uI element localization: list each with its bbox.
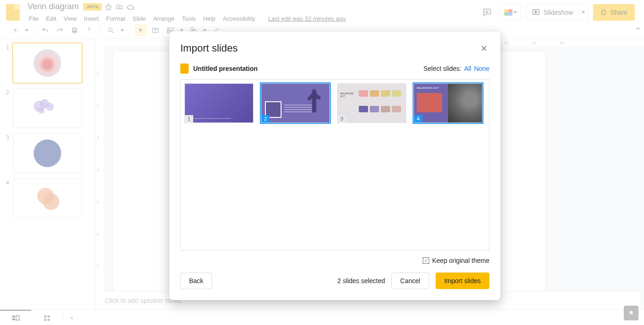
keep-theme-checkbox[interactable]: ✓	[423, 257, 429, 264]
import-slides-button[interactable]: Import slides	[436, 273, 489, 289]
import-thumb-number: 3	[338, 115, 346, 122]
import-slide-grid: 1 2 BALANCINGACT 3 BALANCING ACT 4	[180, 79, 489, 250]
import-thumb-2[interactable]: 2	[261, 83, 330, 123]
import-slides-dialog: Import slides Untitled presentation Sele…	[169, 31, 500, 300]
select-all-link[interactable]: All	[464, 65, 472, 72]
select-none-link[interactable]: None	[474, 65, 489, 72]
import-thumb-number: 4	[414, 115, 422, 122]
select-slides-label: Select slides:	[423, 65, 461, 72]
presentation-icon	[180, 64, 189, 74]
presentation-name: Untitled presentation	[193, 65, 258, 72]
cancel-button[interactable]: Cancel	[391, 273, 429, 289]
close-icon[interactable]	[478, 43, 489, 54]
back-button[interactable]: Back	[180, 273, 212, 289]
keep-theme-label: Keep original theme	[432, 257, 489, 264]
import-thumb-3[interactable]: BALANCINGACT 3	[337, 83, 406, 123]
import-thumb-number: 1	[185, 115, 193, 122]
import-thumb-number: 2	[261, 115, 270, 122]
import-thumb-1[interactable]: 1	[184, 83, 253, 123]
selected-count: 2 slides selected	[338, 277, 385, 284]
dialog-title: Import slides	[180, 42, 238, 54]
import-thumb-4[interactable]: BALANCING ACT 4	[414, 83, 483, 123]
